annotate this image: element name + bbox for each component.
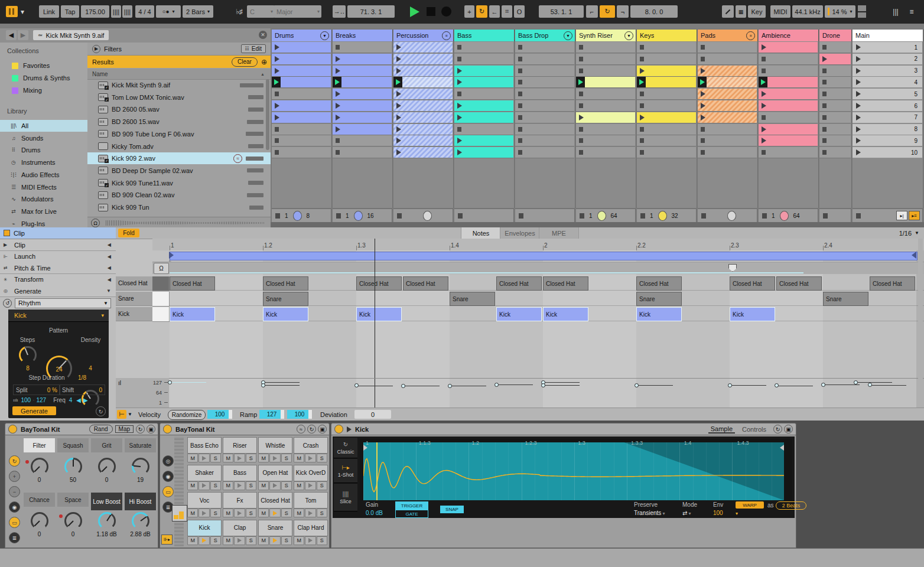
pad-solo-button[interactable]: S xyxy=(246,481,256,490)
file-row[interactable]: BD 909 Tube Long F 06.wav xyxy=(87,128,271,140)
sample-end-marker[interactable] xyxy=(780,445,784,451)
clip-slot[interactable] xyxy=(698,89,757,100)
clip-slot[interactable] xyxy=(698,135,757,146)
clip-slot[interactable] xyxy=(576,42,635,53)
arrangement-view-toggle-icon[interactable]: ≡ xyxy=(906,7,917,17)
clip-slot[interactable] xyxy=(637,89,696,100)
velocity-marker[interactable] xyxy=(854,380,858,384)
pad-solo-button[interactable]: S xyxy=(317,536,327,545)
clip-slot[interactable] xyxy=(515,89,574,100)
pad-solo-button[interactable]: S xyxy=(210,454,221,462)
control-surface-chevron[interactable]: ▾ xyxy=(19,8,25,15)
device-activator[interactable] xyxy=(334,425,343,434)
file-row[interactable]: BD Deep Dr Sample 02.wav xyxy=(87,165,271,177)
save-preset-icon[interactable]: ▣ xyxy=(784,425,793,434)
midi-note-kick[interactable]: Kick xyxy=(263,307,308,321)
track-header-bass-drop[interactable]: Bass Drop▼ xyxy=(515,30,575,41)
draw-mode-button[interactable] xyxy=(722,5,734,18)
editor-vscroll[interactable] xyxy=(918,239,923,408)
midi-map-button[interactable]: MIDI xyxy=(770,5,790,18)
loop-mode-value[interactable]: ⇄ ▾ xyxy=(682,510,706,516)
scene-slot[interactable]: 6 xyxy=(853,100,922,112)
macro-knob[interactable] xyxy=(132,458,149,475)
clip-slot[interactable] xyxy=(759,54,818,65)
collection-item-mixing[interactable]: Mixing xyxy=(0,84,87,96)
key-root-menu[interactable]: C▾ xyxy=(247,5,275,18)
clip-slot[interactable] xyxy=(576,124,635,135)
clip-slot[interactable] xyxy=(515,112,574,123)
clip-slot[interactable] xyxy=(515,147,574,158)
macro-snapshot-icon[interactable]: ◉ xyxy=(9,501,20,513)
pad-solo-button[interactable]: S xyxy=(281,536,292,545)
clip-slot[interactable] xyxy=(333,147,392,158)
clip-slot[interactable] xyxy=(333,54,392,65)
velocity-low-value[interactable]: 100 xyxy=(21,397,31,403)
pad-mute-button[interactable]: M xyxy=(258,509,269,517)
file-row[interactable]: Kick 909 Tun xyxy=(87,201,271,213)
track-header-bass[interactable]: Bass xyxy=(454,30,515,41)
clip-slot[interactable] xyxy=(698,54,757,65)
midi-note-snare[interactable]: Snare xyxy=(450,292,495,306)
clip-slot[interactable] xyxy=(454,89,513,100)
pad-solo-button[interactable]: S xyxy=(210,509,221,517)
computer-midi-keyboard-button[interactable]: ▦ xyxy=(736,5,746,18)
macro-knob[interactable] xyxy=(98,458,116,475)
main-stop-button[interactable] xyxy=(856,213,861,219)
velocity-marker[interactable] xyxy=(401,384,405,388)
clip-slot[interactable] xyxy=(272,89,331,100)
macro-add-icon[interactable]: + xyxy=(9,471,20,482)
clip-slot[interactable] xyxy=(272,54,331,65)
tab-notes[interactable]: Notes xyxy=(461,227,501,239)
clip-slot[interactable] xyxy=(515,42,574,53)
results-row[interactable]: ResultsClear⊕ xyxy=(87,56,271,68)
drum-pad-clap-hard[interactable]: Clap HardMS xyxy=(294,520,328,546)
section-collapsed-icon[interactable]: ◀ xyxy=(108,265,111,271)
midi-note-snare[interactable]: Snare xyxy=(823,292,868,306)
edit-button[interactable]: ☷Edit xyxy=(241,44,266,53)
ramp-from-field[interactable]: 127 xyxy=(259,410,284,419)
collection-item-drums-synths[interactable]: Drums & Synths xyxy=(0,72,87,84)
clip-slot[interactable] xyxy=(515,66,574,77)
midi-note-closed_hat[interactable]: Closed Hat xyxy=(496,276,542,291)
pad-play-button[interactable] xyxy=(234,481,245,490)
clip-slot[interactable] xyxy=(272,147,331,158)
track-chevron-icon[interactable]: ▼ xyxy=(320,31,329,40)
receive-icon[interactable]: ◉ xyxy=(162,471,174,482)
library-item-audio-effects[interactable]: ᎒|᎒Audio Effects xyxy=(0,169,87,181)
library-item-midi-effects[interactable]: ☰MIDI Effects xyxy=(0,181,87,193)
map-button[interactable]: Map xyxy=(115,425,134,433)
pad-mute-button[interactable]: M xyxy=(187,454,198,462)
tab-sample[interactable]: Sample xyxy=(708,425,735,434)
clip-slot[interactable] xyxy=(454,124,513,135)
warp-length-value[interactable]: 2 Beats xyxy=(776,501,806,510)
track-menu-icon[interactable]: ≡ xyxy=(746,31,755,40)
clip-slot[interactable] xyxy=(393,89,453,100)
pad-solo-button[interactable]: S xyxy=(281,509,292,517)
clip-slot[interactable] xyxy=(759,135,818,146)
clip-slot[interactable] xyxy=(637,124,696,135)
clip-slot[interactable] xyxy=(333,112,392,123)
browser-back-button[interactable]: ◀ xyxy=(6,30,17,40)
loop-start-display[interactable]: 53. 1. 1 xyxy=(539,5,584,18)
track-stop-button[interactable] xyxy=(275,213,280,219)
macro-knob[interactable] xyxy=(64,512,82,530)
clip-slot[interactable] xyxy=(759,147,818,158)
pad-play-button[interactable] xyxy=(269,454,280,462)
velocity-high-value[interactable]: 127 xyxy=(36,397,46,403)
clip-slot[interactable] xyxy=(637,112,696,123)
pad-solo-button[interactable]: S xyxy=(210,536,221,545)
pad-mute-button[interactable]: M xyxy=(187,509,198,517)
tempo-field[interactable]: 175.00 xyxy=(81,5,109,18)
pad-mute-button[interactable]: M xyxy=(223,509,233,517)
pad-solo-button[interactable]: S xyxy=(246,509,256,517)
macro-knob[interactable] xyxy=(64,458,82,475)
track-header-main[interactable]: Main xyxy=(853,30,923,41)
drum-pad-clap[interactable]: ClapMS xyxy=(223,520,257,546)
midi-note-kick[interactable]: Kick xyxy=(730,307,775,321)
velocity-marker[interactable] xyxy=(821,383,825,387)
scene-slot[interactable]: 9 xyxy=(853,135,922,146)
pad-play-button[interactable] xyxy=(199,536,209,545)
drum-pad-closed-hat[interactable]: Closed HatMS xyxy=(258,492,292,519)
loop-end-marker[interactable] xyxy=(912,252,916,259)
selection-box-icon[interactable]: ⌗ xyxy=(502,5,512,18)
